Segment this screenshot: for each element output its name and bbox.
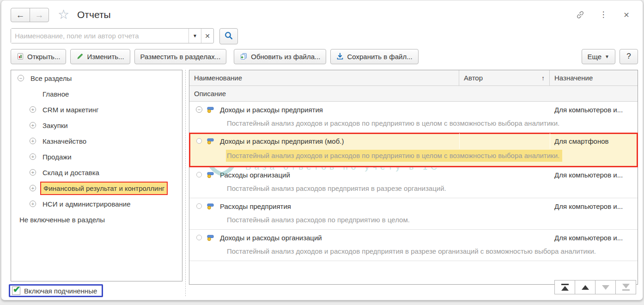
report-icon	[207, 138, 215, 145]
column-divider	[550, 133, 550, 149]
download-icon	[336, 53, 344, 60]
close-icon[interactable]: ✕	[621, 10, 632, 20]
page-title: Отчеты	[77, 9, 111, 20]
column-header-author[interactable]: Автор ↑	[459, 70, 550, 85]
edit-button-label: Изменить...	[87, 53, 124, 61]
expand-icon[interactable]: +	[30, 106, 36, 113]
tree-item-label: НСИ и администрирование	[41, 198, 133, 210]
report-description: Постатейный анализ расходов по предприят…	[189, 214, 633, 229]
report-icon	[207, 234, 215, 241]
report-document-icon	[17, 53, 24, 60]
update-file-icon	[240, 53, 248, 60]
expand-icon[interactable]: +	[30, 185, 36, 191]
column-header-description[interactable]: Описание	[189, 86, 638, 102]
go-first-button[interactable]	[554, 280, 575, 294]
sections-tree-panel: − Все разделы Главное + CRM и маркетинг …	[11, 70, 182, 281]
go-up-icon	[582, 285, 589, 290]
report-description: Постатейный анализ доходов и расходов по…	[189, 117, 633, 133]
tree-item-label: Казначейство	[41, 135, 88, 147]
more-button-label: Еще	[588, 53, 602, 61]
forward-button[interactable]: →	[30, 8, 49, 22]
help-button-label: ?	[626, 52, 631, 61]
tree-item-label: Закупки	[41, 119, 70, 132]
column-header-name[interactable]: Наименование	[189, 70, 459, 85]
purpose-cell: Для компьютеров и...	[550, 202, 638, 210]
back-icon: ←	[16, 10, 25, 20]
checkbox[interactable]: ✔	[12, 287, 20, 295]
table-row[interactable]: − Доходы и расходы предприятия Для компь…	[189, 102, 638, 133]
expand-icon[interactable]: +	[30, 201, 36, 207]
search-button[interactable]	[219, 28, 238, 44]
row-navigation	[555, 280, 636, 294]
collapse-icon[interactable]: −	[18, 75, 24, 81]
purpose-cell: Для смартфонов	[550, 137, 638, 145]
table-row[interactable]: Расходы организаций Для компьютеров и...…	[189, 167, 638, 198]
checkmark-icon: ✔	[13, 284, 20, 295]
tree-item-crm-marketing[interactable]: + CRM и маркетинг	[11, 102, 182, 117]
toolbar: Открыть... Изменить... Разместить в разд…	[11, 49, 638, 64]
favorite-star-icon[interactable]: ☆	[58, 8, 69, 22]
expand-icon[interactable]: +	[30, 122, 36, 128]
collapse-icon[interactable]: −	[196, 106, 202, 113]
save-button-label: Сохранить в файл...	[347, 53, 412, 61]
save-to-file-button[interactable]: Сохранить в файл...	[330, 49, 418, 64]
back-button[interactable]: ←	[11, 8, 30, 22]
tree-item-sales[interactable]: + Продажи	[11, 149, 182, 165]
table-header: Наименование Автор ↑ Назначение	[189, 70, 638, 86]
include-subordinate-checkbox[interactable]: ✔ Включая подчиненные	[9, 284, 103, 297]
table-row[interactable]: Доходы и расходы организаций Для компьют…	[189, 230, 638, 261]
column-header-purpose[interactable]: Назначение	[550, 70, 638, 85]
tree-item-main[interactable]: Главное	[11, 86, 182, 102]
purpose-cell: Для компьютеров и...	[550, 171, 638, 179]
column-header-author-label: Автор	[464, 74, 483, 82]
leaf-node-icon	[196, 235, 202, 240]
link-icon[interactable]	[575, 10, 585, 20]
place-in-sections-button[interactable]: Разместить в разделах...	[134, 49, 227, 64]
expand-icon[interactable]: +	[30, 138, 36, 144]
place-button-label: Разместить в разделах...	[140, 53, 221, 61]
tree-item-label: Все разделы	[29, 72, 73, 85]
panel-splitter[interactable]	[185, 70, 186, 296]
tree-item-financial-result[interactable]: + Финансовый результат и контроллинг	[11, 180, 182, 196]
tree-item-not-included[interactable]: Не включенные в разделы	[11, 212, 182, 227]
report-icon	[207, 203, 215, 210]
tree-item-label: CRM и маркетинг	[41, 104, 100, 116]
expand-icon[interactable]: +	[30, 169, 36, 176]
tree-item-purchases[interactable]: + Закупки	[11, 117, 182, 133]
open-button[interactable]: Открыть...	[11, 49, 66, 64]
tree-item-treasury[interactable]: + Казначейство	[11, 133, 182, 149]
search-dropdown-icon[interactable]: ▼	[188, 29, 201, 43]
kebab-menu-icon[interactable]: ⋮	[598, 10, 608, 20]
chevron-down-icon: ▼	[605, 54, 609, 59]
purpose-cell: Для компьютеров и...	[550, 106, 638, 114]
search-box: ▼ ✕	[11, 28, 214, 43]
edit-button[interactable]: Изменить...	[70, 49, 130, 64]
table-row[interactable]: Расходы предприятия Для компьютеров и...…	[189, 198, 638, 230]
report-description: Постатейный анализ расходов предприятия …	[189, 183, 633, 198]
report-icon	[207, 106, 215, 113]
expand-icon[interactable]: +	[30, 153, 36, 160]
reports-table: Наименование Автор ↑ Назначение Описание…	[189, 70, 638, 285]
update-from-file-button[interactable]: Обновить из файла...	[234, 49, 326, 64]
purpose-cell: Для компьютеров и...	[550, 234, 638, 242]
go-down-button[interactable]	[595, 280, 616, 294]
tree-item-warehouse-delivery[interactable]: + Склад и доставка	[11, 165, 182, 180]
help-button[interactable]: ?	[620, 49, 638, 64]
reports-window: ← → ☆ Отчеты ⋮ ✕ ▼ ✕	[1, 0, 643, 300]
search-icon	[224, 31, 233, 42]
more-button[interactable]: Еще ▼	[582, 49, 615, 64]
leaf-node-icon	[196, 138, 202, 144]
search-clear-icon[interactable]: ✕	[201, 29, 213, 43]
report-name: Доходы и расходы предприятия (моб.)	[220, 137, 344, 145]
leaf-node-icon	[196, 203, 202, 209]
tree-item-all-sections[interactable]: − Все разделы	[11, 70, 182, 86]
tree-item-nsi-administration[interactable]: + НСИ и администрирование	[11, 196, 182, 212]
update-button-label: Обновить из файла...	[251, 53, 320, 61]
search-input[interactable]	[11, 29, 188, 43]
go-up-button[interactable]	[575, 280, 595, 294]
table-row-highlighted[interactable]: Доходы и расходы предприятия (моб.) Для …	[189, 133, 638, 167]
report-name: Расходы предприятия	[220, 202, 291, 210]
tree-item-label: Продажи	[41, 151, 73, 163]
report-icon	[207, 171, 215, 178]
go-last-button[interactable]	[615, 280, 636, 294]
